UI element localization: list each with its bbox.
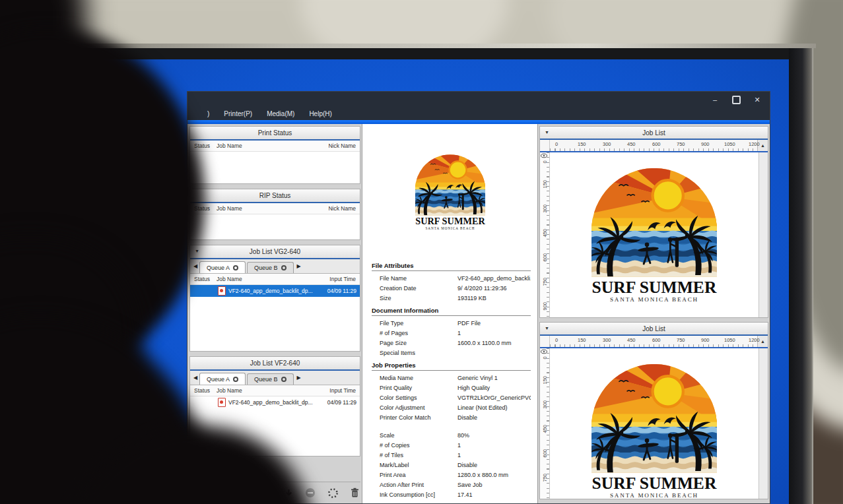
menu-bar: ) Printer(P) Media(M) Help(H)	[187, 108, 770, 120]
tab-queue-a[interactable]: Queue A	[199, 373, 246, 385]
prop-row: # of Copies1	[372, 440, 531, 450]
job-list-vf2-header[interactable]: Job List VF2-640	[190, 357, 360, 371]
queue-status-icon	[281, 377, 287, 382]
job-list-vf2-title: Job List VF2-640	[250, 360, 300, 367]
ruler-tick: 600	[652, 337, 661, 343]
ruler-tick: 900	[701, 141, 710, 147]
column-nick-name: Nick Name	[328, 205, 356, 212]
ruler-tick: 150	[578, 337, 586, 343]
job-list-preview-panel-1: ▼ Job List 0 150 300 450 600 750 900 105…	[539, 126, 768, 318]
prop-label: # of Tiles	[372, 452, 457, 458]
job-list-vg2-panel: ▼ Job List VG2-640 ◀ Queue A Queue B ▶ S…	[189, 245, 360, 352]
queue-status-icon	[233, 265, 238, 270]
tab-scroll-right-icon[interactable]: ▶	[295, 263, 303, 269]
spinner-icon	[327, 488, 339, 499]
prop-value: 1600.0 x 1100.0 mm	[457, 340, 531, 346]
menu-item-printer[interactable]: Printer(P)	[218, 109, 258, 119]
prop-value: VF2-640_app_demo_backli...	[457, 275, 531, 282]
tab-queue-b[interactable]: Queue B	[247, 373, 294, 385]
ruler-tick: 450	[627, 337, 636, 343]
prop-label: File Type	[372, 320, 457, 327]
prop-value: 17.41	[457, 491, 531, 498]
column-status: Status	[194, 387, 217, 394]
tab-scroll-right-icon[interactable]: ▶	[295, 375, 303, 381]
close-button[interactable]: ✕	[750, 94, 764, 105]
document-information-section: Document Information File TypePDF File #…	[372, 307, 531, 358]
pdf-file-icon	[218, 286, 226, 296]
job-properties-column: File Attributes File NameVF2-640_app_dem…	[362, 124, 538, 503]
prop-row: Printer Color MatchDisable	[372, 412, 531, 422]
prop-label: Printer Color Match	[372, 414, 457, 421]
prop-row: Action After PrintSave Job	[372, 480, 531, 489]
trash-icon	[350, 488, 360, 498]
tab-queue-b[interactable]: Queue B	[247, 262, 294, 273]
vertical-ruler: 0 150 300 450 600 750 900	[540, 152, 550, 317]
collapse-icon[interactable]: ▼	[545, 130, 549, 135]
prop-label: Ink Consumption [cc]	[372, 491, 457, 498]
tab-scroll-left-icon[interactable]: ◀	[191, 375, 199, 381]
vertical-scrollbar[interactable]	[759, 348, 768, 499]
prop-label: Scale	[372, 432, 457, 439]
vg2-columns: Status Job Name Input Time	[190, 274, 360, 285]
job-input-time: 04/09 11:29	[327, 288, 356, 294]
prop-row: Color SettingsVGTR2LkOrGr_GenericPVC...	[372, 393, 531, 402]
job-list-vg2-title: Job List VG2-640	[250, 248, 300, 255]
print-status-header[interactable]: Print Status	[190, 127, 360, 141]
column-job-name: Job Name	[217, 387, 329, 394]
prop-label: Color Adjustment	[372, 404, 457, 411]
pause-job-button[interactable]	[305, 487, 316, 499]
menu-item-clipped[interactable]: )	[207, 109, 215, 119]
ruler-tick: 0	[555, 141, 558, 147]
maximize-button[interactable]	[729, 94, 743, 105]
rip-status-header[interactable]: RIP Status	[190, 189, 360, 203]
menu-item-media[interactable]: Media(M)	[261, 109, 300, 119]
minus-circle-icon	[305, 488, 316, 498]
job-list-vg2-header[interactable]: ▼ Job List VG2-640	[190, 245, 360, 259]
process-job-button[interactable]	[327, 487, 339, 499]
preview-panel-header[interactable]: ▼ Job List	[540, 323, 768, 336]
layout-preview-canvas[interactable]	[550, 152, 759, 317]
minimize-button[interactable]: –	[708, 94, 722, 105]
collapse-icon[interactable]: ▼	[545, 326, 549, 331]
prop-value: Disable	[457, 462, 531, 468]
preview-panel-title: Job List	[642, 129, 665, 137]
prop-value: Save Job	[457, 482, 531, 488]
menu-item-help[interactable]: Help(H)	[303, 109, 337, 119]
prop-row: Color AdjustmentLinear (Not Edited)	[372, 402, 531, 412]
job-row[interactable]: VF2-640_app_demo_backlit_dp... 04/09 11:…	[190, 396, 360, 408]
job-preview-large[interactable]	[574, 350, 735, 499]
rip-status-list[interactable]	[190, 214, 360, 239]
preview-panel-header[interactable]: ▼ Job List	[540, 127, 768, 140]
delete-job-button[interactable]	[350, 487, 360, 499]
column-status: Status	[194, 142, 217, 149]
ruler-tick: 900	[701, 337, 710, 343]
prop-value: 1	[457, 442, 531, 449]
properties-list: File Attributes File NameVF2-640_app_dem…	[362, 262, 537, 503]
monitor-bezel-right	[789, 48, 813, 504]
prop-value: 193119 KB	[457, 295, 531, 301]
prop-label: # of Copies	[372, 442, 457, 449]
vg2-empty-rows[interactable]	[190, 297, 360, 339]
prop-value: 1	[457, 330, 531, 336]
prop-row: # of Tiles1	[372, 450, 531, 460]
horizontal-ruler-row: 0 150 300 450 600 750 900 1050 1200 ▲	[540, 140, 768, 152]
layout-preview-canvas[interactable]	[550, 348, 759, 499]
column-status: Status	[194, 276, 217, 282]
rip-software-window: – ✕ ) Printer(P) Media(M) Help(H) Print …	[187, 91, 770, 504]
print-status-list[interactable]	[190, 152, 360, 183]
ruler-tick: 150	[542, 181, 548, 189]
column-job-name: Job Name	[217, 276, 329, 282]
tab-queue-a[interactable]: Queue A	[199, 261, 246, 273]
prop-row: # of Pages1	[372, 328, 531, 338]
ruler-tick: 300	[603, 337, 611, 343]
ruler-tick: 600	[542, 254, 548, 262]
rip-status-columns: Status Job Name Nick Name	[190, 203, 360, 214]
job-properties-section: Job Properties Media NameGeneric Vinyl 1…	[372, 362, 531, 499]
vertical-scrollbar[interactable]	[759, 152, 768, 317]
horizontal-ruler: 0 150 300 450 600 750 900 1050 1200	[550, 140, 757, 151]
section-heading: File Attributes	[372, 262, 531, 271]
print-status-title: Print Status	[258, 129, 292, 137]
prop-value: VGTR2LkOrGr_GenericPVC...	[457, 394, 531, 401]
job-row-selected[interactable]: VF2-640_app_demo_backlit_dp... 04/09 11:…	[190, 285, 360, 297]
job-preview-large[interactable]	[574, 154, 735, 308]
